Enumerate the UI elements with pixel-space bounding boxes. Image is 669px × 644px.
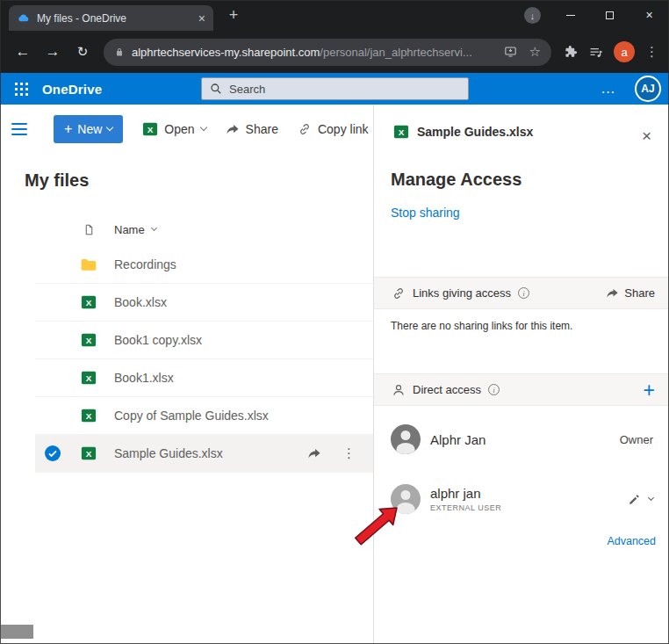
manage-access-panel: X Sample Guides.xlsx × Manage Access Sto… [373, 105, 669, 644]
list-item[interactable]: X Copy of Sample Guides.xlsx [35, 397, 373, 435]
chevron-down-icon [106, 124, 113, 131]
share-button[interactable]: Share [226, 122, 278, 136]
person-badge: EXTERNAL USER [430, 503, 501, 512]
info-icon[interactable]: i [518, 287, 529, 299]
chevron-down-icon [648, 494, 654, 500]
browser-toolbar: ← → ↻ alphrtechservices-my.sharepoint.co… [0, 31, 669, 73]
person-name: Alphr Jan [430, 432, 486, 447]
excel-icon: X [81, 332, 97, 348]
new-button-label: New [77, 122, 102, 136]
share-button-label: Share [246, 122, 278, 136]
url-domain: alphrtechservices-my.sharepoint.com [132, 46, 320, 59]
excel-icon: X [81, 445, 97, 461]
panel-close-icon[interactable]: × [642, 129, 651, 143]
direct-access-heading: Direct access [413, 383, 481, 396]
browser-profile-avatar[interactable]: a [614, 41, 635, 62]
maximize-button[interactable] [590, 0, 629, 30]
list-item-selected[interactable]: X Sample Guides.xlsx ⋮ [35, 435, 373, 473]
panel-file-name: Sample Guides.xlsx [417, 125, 533, 139]
extensions-puzzle-icon[interactable] [564, 45, 578, 59]
list-item[interactable]: X Book1 copy.xlsx [35, 322, 373, 359]
app-name: OneDrive [42, 82, 102, 97]
edit-icon [628, 493, 641, 506]
more-vertical-icon[interactable]: ⋮ [342, 445, 356, 461]
share-icon[interactable] [307, 447, 321, 460]
lock-icon[interactable] [114, 47, 125, 58]
svg-text:X: X [399, 127, 405, 137]
refresh-button[interactable]: ↻ [68, 38, 97, 66]
selected-check-icon[interactable] [45, 445, 61, 461]
plus-icon: + [229, 6, 239, 24]
edit-permission-button[interactable] [628, 493, 653, 506]
search-icon [210, 83, 222, 95]
folder-icon [80, 257, 97, 272]
name-column-label: Name [114, 223, 145, 236]
page-title: My files [25, 170, 89, 191]
panel-share-label: Share [624, 286, 655, 300]
panel-share-button[interactable]: Share [606, 286, 655, 300]
forward-icon: → [46, 43, 61, 61]
file-name: Book1.xlsx [107, 371, 373, 385]
more-options-icon[interactable]: … [601, 84, 615, 93]
horizontal-scrollbar-thumb[interactable] [1, 625, 33, 639]
open-button[interactable]: X Open [142, 121, 205, 137]
address-bar[interactable]: alphrtechservices-my.sharepoint.com/pers… [104, 39, 551, 66]
minimize-button[interactable] [550, 0, 590, 30]
url-text: alphrtechservices-my.sharepoint.com/pers… [132, 46, 496, 59]
back-icon: ← [16, 43, 31, 61]
excel-icon: X [81, 408, 97, 423]
search-input[interactable] [229, 83, 460, 96]
tab-close-icon[interactable]: × [198, 12, 205, 25]
chevron-down-icon [151, 224, 157, 230]
refresh-icon: ↻ [77, 44, 89, 60]
copy-link-label: Copy link [318, 122, 369, 136]
close-window-button[interactable]: × [629, 0, 669, 30]
file-name: Book.xlsx [107, 295, 373, 309]
account-avatar[interactable]: AJ [635, 76, 661, 102]
list-item[interactable]: Recordings [35, 246, 373, 284]
empty-links-message: There are no sharing links for this item… [391, 320, 572, 332]
list-header: Name [35, 213, 373, 246]
back-button[interactable]: ← [9, 38, 37, 66]
onedrive-cloud-icon [17, 11, 30, 25]
tab-title: My files - OneDrive [37, 12, 191, 25]
update-available-icon[interactable]: ↓ [524, 7, 541, 24]
forward-button[interactable]: → [39, 38, 67, 66]
person-name: alphr jan [430, 486, 501, 501]
excel-icon: X [142, 121, 158, 137]
list-item[interactable]: X Book.xlsx [35, 284, 373, 322]
search-box[interactable] [201, 77, 469, 100]
browser-menu-icon[interactable]: ⋮ [645, 44, 658, 60]
excel-icon: X [81, 370, 97, 386]
window-controls: × [550, 0, 669, 30]
browser-tab[interactable]: My files - OneDrive × [9, 5, 213, 31]
new-tab-button[interactable]: + [225, 7, 242, 25]
link-icon [298, 122, 312, 136]
advanced-link[interactable]: Advanced [607, 535, 656, 547]
maximize-icon [606, 11, 614, 19]
tab-strip: My files - OneDrive × + ↓ × [0, 0, 669, 31]
open-button-label: Open [164, 122, 194, 136]
share-icon [606, 287, 619, 300]
info-icon[interactable]: i [488, 384, 500, 395]
install-app-icon[interactable] [503, 45, 518, 59]
media-controls-icon[interactable] [588, 45, 603, 60]
file-name: Copy of Sample Guides.xlsx [107, 409, 373, 423]
add-access-icon[interactable]: + [644, 381, 655, 399]
app-launcher-button[interactable] [0, 73, 42, 105]
excel-icon: X [81, 294, 97, 310]
svg-text:X: X [86, 298, 92, 308]
red-arrow-annotation [351, 501, 402, 548]
document-icon [83, 223, 95, 236]
copy-link-button[interactable]: Copy link [298, 122, 369, 136]
file-list: Name Recordings X Book.xlsx X Book1 copy… [35, 213, 373, 473]
menu-icon[interactable] [11, 123, 27, 135]
bookmark-star-icon[interactable]: ☆ [529, 44, 541, 60]
panel-title: Manage Access [391, 170, 522, 190]
stop-sharing-link[interactable]: Stop sharing [391, 206, 460, 220]
name-column-header[interactable]: Name [107, 223, 373, 236]
person-row: Alphr Jan Owner [374, 420, 669, 459]
new-button[interactable]: + New [54, 115, 123, 143]
links-heading: Links giving access [413, 286, 511, 300]
list-item[interactable]: X Book1.xlsx [35, 359, 373, 397]
